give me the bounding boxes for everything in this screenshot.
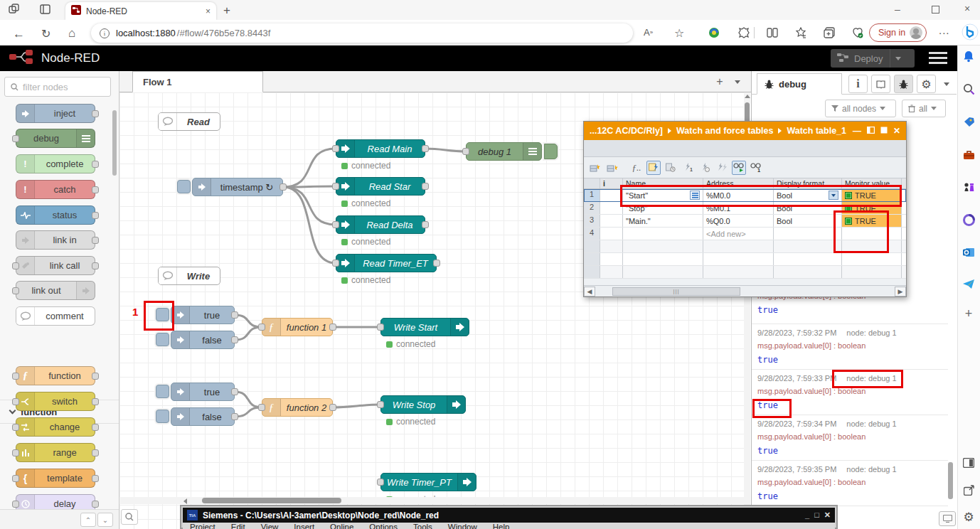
debug-clear-button[interactable]: all bbox=[902, 100, 946, 117]
port[interactable] bbox=[332, 260, 339, 267]
monitor-all-icon[interactable] bbox=[646, 161, 661, 175]
sidebar-more-button[interactable] bbox=[939, 75, 954, 93]
port[interactable] bbox=[332, 145, 339, 152]
port[interactable] bbox=[332, 183, 339, 190]
inject-button[interactable] bbox=[177, 180, 191, 193]
window-minimize-button[interactable]: – bbox=[895, 4, 900, 15]
outlook-icon[interactable] bbox=[961, 245, 976, 260]
palette-node-range[interactable]: range bbox=[16, 443, 95, 462]
menu-insert[interactable]: Insert bbox=[294, 523, 314, 529]
port[interactable] bbox=[231, 388, 238, 395]
node-read-timer[interactable]: Read Timer_ET bbox=[336, 254, 437, 272]
watch-close-icon[interactable]: ✕ bbox=[893, 126, 900, 136]
palette-node-comment[interactable]: comment bbox=[16, 306, 95, 326]
port[interactable] bbox=[231, 336, 238, 343]
node-function1[interactable]: ƒ function 1 bbox=[262, 318, 333, 336]
port[interactable] bbox=[433, 260, 440, 267]
node-inject-true-2[interactable]: true bbox=[171, 383, 235, 401]
watch-window-titlebar[interactable]: ...12C AC/DC/Rly] Watch and force tables… bbox=[584, 122, 906, 140]
palette-node-link-out[interactable]: link out bbox=[16, 281, 95, 300]
port[interactable] bbox=[422, 145, 429, 152]
menu-options[interactable]: Options bbox=[369, 523, 398, 529]
collapse-all-button[interactable]: ⌃ bbox=[80, 513, 96, 527]
palette-node-template[interactable]: { template bbox=[16, 469, 95, 488]
flow-tab-1[interactable]: Flow 1 bbox=[132, 71, 263, 92]
node-inject-false-1[interactable]: false bbox=[171, 331, 235, 349]
siemens-titlebar[interactable]: TIA Siemens - C:\Users\Al-3amer\Desktop\… bbox=[183, 508, 835, 523]
sidebar-info-button[interactable]: i bbox=[848, 75, 868, 93]
inject-button[interactable] bbox=[156, 333, 169, 346]
add-row-icon[interactable] bbox=[605, 161, 619, 175]
node-read-main[interactable]: Read Main bbox=[336, 139, 425, 158]
split-screen-icon[interactable] bbox=[767, 27, 778, 41]
debug-scrollbar[interactable] bbox=[948, 462, 953, 499]
m365-copilot-icon[interactable] bbox=[961, 212, 976, 228]
browser-essentials-icon[interactable] bbox=[852, 27, 864, 41]
port[interactable] bbox=[231, 413, 238, 420]
palette-node-inject[interactable]: inject bbox=[16, 104, 95, 123]
favorites-icon[interactable] bbox=[795, 27, 806, 41]
port[interactable] bbox=[377, 479, 384, 486]
canvas-zoom-button[interactable] bbox=[121, 509, 138, 525]
palette-node-change[interactable]: change bbox=[16, 417, 95, 437]
sidebar-settings-gear-icon[interactable]: ⚙ bbox=[961, 509, 976, 525]
tools-icon[interactable] bbox=[961, 146, 976, 162]
watch-minimize-icon[interactable]: — bbox=[853, 126, 861, 136]
watch-once-icon[interactable]: 1 bbox=[749, 161, 763, 175]
node-comment-write[interactable]: Write bbox=[158, 267, 220, 285]
node-comment-read[interactable]: Read bbox=[158, 112, 220, 131]
window-maximize-button[interactable] bbox=[932, 6, 939, 14]
sidebar-tab-debug[interactable]: debug bbox=[757, 73, 842, 95]
flow-list-button[interactable] bbox=[729, 73, 746, 90]
favorite-star-icon[interactable]: ☆ bbox=[674, 26, 684, 40]
modify-zero-icon[interactable] bbox=[698, 161, 712, 175]
node-inject-timestamp[interactable]: timestamp ↻ bbox=[192, 178, 283, 196]
games-icon[interactable] bbox=[961, 179, 976, 195]
watch-table-window[interactable]: ...12C AC/DC/Rly] Watch and force tables… bbox=[583, 121, 907, 297]
node-inject-true-1[interactable]: true bbox=[171, 306, 235, 324]
debug-toggle-button[interactable] bbox=[544, 144, 558, 159]
node-write-stop[interactable]: Write Stop bbox=[380, 395, 466, 414]
modify-now-icon[interactable] bbox=[715, 161, 729, 175]
monitor-once-icon[interactable] bbox=[664, 161, 678, 175]
site-info-icon[interactable]: i bbox=[100, 28, 110, 38]
node-read-star[interactable]: Read Star bbox=[336, 177, 425, 196]
node-write-start[interactable]: Write Start bbox=[380, 318, 469, 336]
inject-button[interactable] bbox=[156, 410, 169, 423]
siemens-minimize-icon[interactable]: _ bbox=[805, 511, 809, 520]
port[interactable] bbox=[258, 324, 265, 331]
tab-actions-icon[interactable] bbox=[40, 4, 51, 15]
canvas-hscrollbar[interactable] bbox=[119, 497, 744, 504]
open-external-icon[interactable] bbox=[961, 482, 976, 498]
palette-node-debug[interactable]: debug bbox=[16, 129, 95, 148]
idm-extension-icon[interactable] bbox=[708, 27, 720, 41]
palette-node-link-call[interactable]: link call bbox=[16, 256, 95, 275]
node-inject-false-2[interactable]: false bbox=[171, 407, 235, 426]
watch-hscrollbar[interactable]: ◀ ||| ▶ bbox=[584, 285, 906, 296]
add-sidebar-item-icon[interactable]: + bbox=[961, 306, 976, 321]
palette-node-switch[interactable]: switch bbox=[16, 392, 95, 411]
browser-tab-nodered[interactable]: Node-RED × bbox=[65, 2, 216, 20]
menu-help[interactable]: Help bbox=[493, 523, 510, 529]
debug-filter-button[interactable]: all nodes bbox=[825, 100, 896, 117]
bing-copilot-icon[interactable] bbox=[962, 23, 979, 43]
refresh-button[interactable]: ↻ bbox=[41, 27, 50, 41]
node-read-delta[interactable]: Read Delta bbox=[336, 215, 425, 234]
menu-view[interactable]: View bbox=[261, 523, 279, 529]
node-debug1[interactable]: debug 1 bbox=[466, 142, 542, 161]
menu-tools[interactable]: Tools bbox=[413, 523, 432, 529]
modify-one-icon[interactable]: 1 bbox=[681, 161, 695, 175]
siemens-menubar[interactable]: Project Edit View Insert Online Options … bbox=[183, 523, 835, 529]
port[interactable] bbox=[422, 221, 429, 228]
sidebar-config-button[interactable]: ⚙ bbox=[917, 75, 936, 93]
sign-in-button[interactable]: Sign in bbox=[869, 23, 927, 42]
menu-window[interactable]: Window bbox=[448, 523, 477, 529]
port[interactable] bbox=[231, 311, 238, 319]
port[interactable] bbox=[329, 324, 336, 331]
tab-close-icon[interactable]: × bbox=[206, 6, 211, 16]
siemens-maximize-icon[interactable]: □ bbox=[814, 511, 819, 520]
menu-edit[interactable]: Edit bbox=[231, 523, 245, 529]
port[interactable] bbox=[422, 183, 429, 190]
watch-dock-icon[interactable] bbox=[867, 126, 875, 136]
workspaces-icon[interactable] bbox=[9, 4, 20, 15]
